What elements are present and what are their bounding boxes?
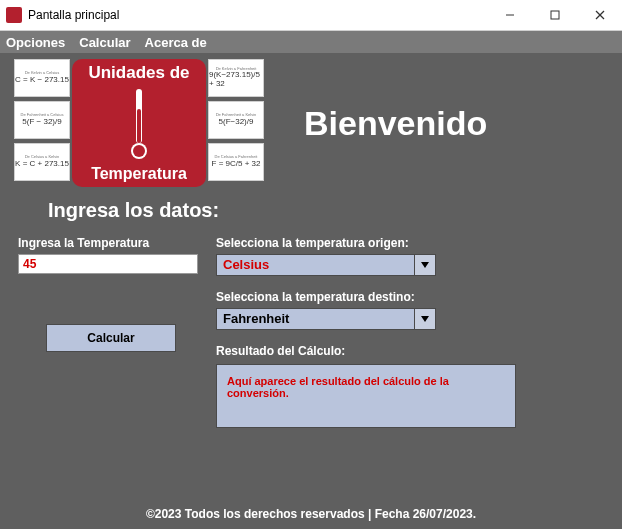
minimize-button[interactable] (487, 0, 532, 30)
chevron-down-icon (414, 255, 435, 275)
footer-text: ©2023 Todos los derechos reservados | Fe… (0, 507, 622, 521)
destination-label: Selecciona la temperatura destino: (216, 290, 446, 304)
origin-label: Selecciona la temperatura origen: (216, 236, 446, 250)
menu-opciones[interactable]: Opciones (6, 35, 65, 50)
chevron-down-icon (414, 309, 435, 329)
calculate-button[interactable]: Calcular (46, 324, 176, 352)
temperature-input[interactable] (18, 254, 198, 274)
svg-marker-4 (421, 262, 429, 268)
menu-calcular[interactable]: Calcular (79, 35, 130, 50)
origin-value: Celsius (217, 255, 414, 275)
close-button[interactable] (577, 0, 622, 30)
prompt-heading: Ingresa los datos: (48, 199, 622, 222)
formula-card: De Celsius a FahrenheitF = 9C/5 + 32 (208, 143, 264, 181)
formula-col-left: De Kelvin a CelsiusC = K − 273.15 De Fah… (14, 59, 70, 181)
result-label: Resultado del Cálculo: (216, 344, 446, 358)
title-bar: Pantalla principal (0, 0, 622, 31)
formula-card: De Kelvin a Fahrenheit9(K−273.15)/5 + 32 (208, 59, 264, 97)
app-logo: Unidades de Temperatura (72, 59, 206, 187)
svg-rect-1 (551, 11, 559, 19)
window-title: Pantalla principal (28, 8, 487, 22)
formula-card: De Kelvin a CelsiusC = K − 273.15 (14, 59, 70, 97)
logo-line1: Unidades de (88, 63, 189, 83)
menu-acerca[interactable]: Acerca de (145, 35, 207, 50)
app-icon (6, 7, 22, 23)
menu-bar: Opciones Calcular Acerca de (0, 31, 622, 53)
logo-line2: Temperatura (91, 165, 187, 183)
maximize-button[interactable] (532, 0, 577, 30)
form-area: Ingresa la Temperatura Calcular Seleccio… (0, 236, 622, 428)
formula-card: De Fahrenheit a Celsius5(F − 32)/9 (14, 101, 70, 139)
origin-select[interactable]: Celsius (216, 254, 436, 276)
destination-value: Fahrenheit (217, 309, 414, 329)
welcome-heading: Bienvenido (304, 104, 487, 143)
temperature-label: Ingresa la Temperatura (18, 236, 198, 250)
destination-select[interactable]: Fahrenheit (216, 308, 436, 330)
thermometer-icon (131, 89, 147, 159)
app-window: Pantalla principal Opciones Calcular Ace… (0, 0, 622, 529)
formula-card: De Celsius a KelvinK = C + 273.15 (14, 143, 70, 181)
formula-col-right: De Kelvin a Fahrenheit9(K−273.15)/5 + 32… (208, 59, 264, 181)
result-output: Aquí aparece el resultado del cálculo de… (216, 364, 516, 428)
formula-card: De Fahrenheit a Kelvin5(F−32)/9 (208, 101, 264, 139)
svg-marker-5 (421, 316, 429, 322)
header-row: De Kelvin a CelsiusC = K − 273.15 De Fah… (0, 53, 622, 189)
